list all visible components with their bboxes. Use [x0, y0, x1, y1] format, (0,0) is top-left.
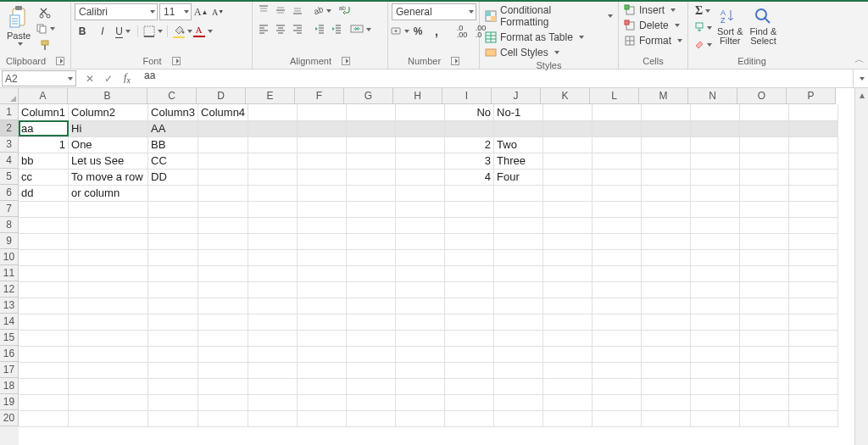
cell-L8[interactable] [593, 217, 642, 233]
cell-I17[interactable] [445, 362, 494, 378]
cell-G3[interactable] [347, 136, 396, 153]
cell-E12[interactable] [248, 281, 298, 298]
cell-C15[interactable] [148, 330, 198, 346]
cell-J19[interactable] [494, 394, 543, 410]
cell-A6[interactable]: dd [19, 185, 69, 201]
cell-B8[interactable] [69, 217, 148, 233]
cell-N18[interactable] [691, 378, 740, 394]
row-header-7[interactable]: 7 [0, 201, 19, 217]
row-header-5[interactable]: 5 [0, 169, 19, 185]
cell-P14[interactable] [789, 314, 838, 330]
cell-G19[interactable] [347, 394, 396, 410]
cell-J1[interactable]: No-1 [494, 104, 543, 120]
fill-button[interactable] [692, 20, 714, 36]
row-header-16[interactable]: 16 [0, 346, 19, 362]
cell-G13[interactable] [347, 298, 396, 314]
cell-K1[interactable] [543, 104, 593, 120]
align-center-button[interactable] [273, 22, 288, 37]
cell-J6[interactable] [494, 185, 543, 201]
cell-K7[interactable] [543, 201, 593, 217]
cell-N4[interactable] [691, 153, 740, 169]
cell-F18[interactable] [298, 378, 347, 394]
cell-N3[interactable] [691, 136, 740, 153]
cell-C8[interactable] [148, 217, 198, 233]
cell-B4[interactable]: Let us See [69, 153, 148, 169]
cell-H4[interactable] [396, 153, 445, 169]
underline-button[interactable]: U [115, 24, 131, 39]
cell-M13[interactable] [642, 298, 691, 314]
cell-F7[interactable] [298, 201, 347, 217]
cell-M10[interactable] [642, 249, 691, 265]
cell-L18[interactable] [593, 378, 642, 394]
cells-area[interactable]: Column1Column2Column3Column4NoNo-1aaHiAA… [19, 104, 838, 445]
cell-N15[interactable] [691, 330, 740, 346]
cell-I20[interactable] [445, 410, 494, 426]
cell-D14[interactable] [198, 314, 248, 330]
column-header-M[interactable]: M [639, 88, 688, 103]
cell-E13[interactable] [248, 298, 298, 314]
cell-M6[interactable] [642, 185, 691, 201]
cell-H17[interactable] [396, 362, 445, 378]
cell-B1[interactable]: Column2 [69, 104, 148, 120]
cell-D19[interactable] [198, 394, 248, 410]
orientation-button[interactable]: ab [314, 3, 329, 19]
cell-M17[interactable] [642, 362, 691, 378]
cell-D17[interactable] [198, 362, 248, 378]
cell-L14[interactable] [593, 314, 642, 330]
cell-P17[interactable] [789, 362, 838, 378]
format-as-table-button[interactable]: Format as Table [483, 31, 586, 44]
cell-F8[interactable] [298, 217, 347, 233]
row-header-15[interactable]: 15 [0, 330, 19, 346]
cell-J4[interactable]: Three [494, 153, 543, 169]
row-header-11[interactable]: 11 [0, 265, 19, 281]
cell-A17[interactable] [19, 362, 69, 378]
cell-N17[interactable] [691, 362, 740, 378]
cell-P9[interactable] [789, 233, 838, 249]
cell-B3[interactable]: One [69, 136, 148, 153]
cell-L3[interactable] [593, 136, 642, 153]
cell-O20[interactable] [740, 410, 789, 426]
wrap-text-button[interactable]: ab [337, 3, 353, 19]
fill-color-button[interactable] [175, 24, 190, 39]
cell-M7[interactable] [642, 201, 691, 217]
column-header-O[interactable]: O [737, 88, 787, 103]
cell-E5[interactable] [248, 169, 298, 185]
cell-J5[interactable]: Four [494, 169, 543, 185]
cell-G7[interactable] [347, 201, 396, 217]
cell-P8[interactable] [789, 217, 838, 233]
insert-cells-button[interactable]: Insert [622, 3, 677, 17]
cell-E16[interactable] [248, 346, 298, 362]
cell-D15[interactable] [198, 330, 248, 346]
cell-L6[interactable] [593, 185, 642, 201]
cell-H14[interactable] [396, 314, 445, 330]
cell-C1[interactable]: Column3 [148, 104, 198, 120]
clipboard-dialog-launcher[interactable] [56, 57, 64, 65]
cell-N6[interactable] [691, 185, 740, 201]
cell-B15[interactable] [69, 330, 148, 346]
cell-J16[interactable] [494, 346, 543, 362]
cell-J8[interactable] [494, 217, 543, 233]
cell-E8[interactable] [248, 217, 298, 233]
cell-E20[interactable] [248, 410, 298, 426]
row-header-8[interactable]: 8 [0, 217, 19, 233]
cell-C20[interactable] [148, 410, 198, 426]
column-header-N[interactable]: N [688, 88, 737, 103]
cell-N16[interactable] [691, 346, 740, 362]
increase-decimal-button[interactable]: .0.00 [454, 24, 470, 39]
column-header-D[interactable]: D [197, 88, 246, 103]
cell-B20[interactable] [69, 410, 148, 426]
cell-G6[interactable] [347, 185, 396, 201]
cell-P4[interactable] [789, 153, 838, 169]
cell-H13[interactable] [396, 298, 445, 314]
cell-C14[interactable] [148, 314, 198, 330]
cell-K20[interactable] [543, 410, 593, 426]
cell-H11[interactable] [396, 265, 445, 281]
cell-P6[interactable] [789, 185, 838, 201]
cell-O6[interactable] [740, 185, 789, 201]
expand-formula-bar-button[interactable] [853, 70, 868, 87]
cell-F4[interactable] [298, 153, 347, 169]
cell-D2[interactable] [198, 120, 248, 136]
cell-E2[interactable] [248, 120, 298, 136]
cell-J7[interactable] [494, 201, 543, 217]
cell-I16[interactable] [445, 346, 494, 362]
